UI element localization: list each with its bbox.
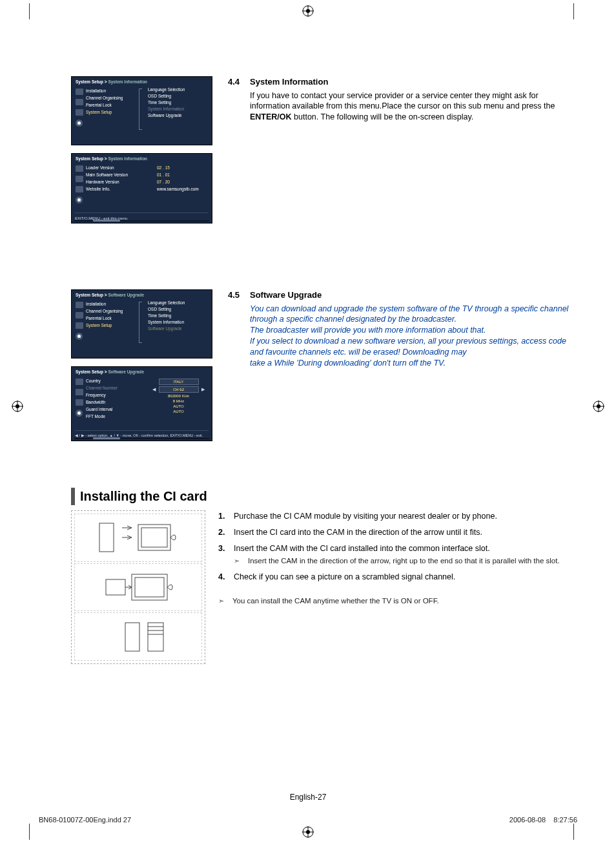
lock-icon — [76, 322, 83, 329]
lock-icon — [76, 186, 83, 193]
illustration-step — [74, 612, 202, 661]
channel-icon — [76, 176, 83, 182]
channel-icon — [76, 99, 83, 105]
tv-menu-system-information: System Setup > System Information Instal… — [71, 76, 212, 145]
menu-item: Parental Lock — [86, 316, 140, 320]
info-label: Loader Version — [86, 165, 157, 170]
breadcrumb: System Setup > System Information — [72, 154, 212, 163]
section-number: 4.4 — [228, 76, 250, 88]
menu-item-selected: System Setup — [86, 110, 140, 114]
page-number: English-27 — [0, 793, 616, 802]
illustration-ci-card — [71, 510, 205, 664]
submenu-item: System Information — [148, 320, 208, 324]
breadcrumb: System Setup > Software Upgrade — [72, 367, 212, 376]
section-heading: 4.5Software Upgrade — [228, 289, 577, 301]
svg-rect-20 — [135, 578, 164, 597]
option-value: AUTO — [148, 404, 209, 408]
option-label: Country — [86, 379, 148, 383]
tool-icon — [76, 379, 83, 385]
gear-icon — [76, 410, 83, 417]
section-number: 4.5 — [228, 289, 250, 301]
option-value: 8 MHz — [148, 399, 209, 403]
gear-icon — [76, 120, 83, 127]
note-arrow-icon: ➣ — [218, 596, 230, 607]
step-item: 3. Insert the CAM with the CI card insta… — [218, 543, 577, 567]
tool-icon — [76, 88, 83, 95]
illustration-step — [74, 514, 202, 562]
section-heading: 4.4System Information — [228, 76, 577, 88]
tool-icon — [76, 165, 83, 172]
heading-installing-ci-card: Installing the CI card — [71, 488, 577, 505]
submenu-item-active: System Information — [148, 107, 208, 111]
breadcrumb: System Setup > Software Upgrade — [72, 290, 212, 299]
submenu-item: Language Selection — [148, 87, 208, 92]
option-value: AUTO — [148, 410, 209, 413]
option-value-row: ITALY — [148, 379, 209, 385]
paragraph: If you have to contact your service prov… — [228, 90, 577, 123]
menu-item: Installation — [86, 302, 140, 306]
footer-date: 2006-08-08 — [509, 816, 546, 824]
step-item: 2.Insert the CI card into the CAM in the… — [218, 526, 577, 539]
info-value: www.samsungstb.com — [157, 187, 208, 191]
breadcrumb-sub: System Information — [108, 79, 147, 84]
option-label: Channel Number — [86, 386, 148, 390]
option-value-row: ◀CH 62▶ — [148, 386, 209, 393]
step-item: 4.Check if you can see a picture on a sc… — [218, 571, 577, 583]
footnote: You can install the CAM anytime whether … — [232, 596, 439, 607]
channel-icon — [76, 389, 83, 395]
submenu-item: Time Setting — [148, 100, 208, 105]
submenu-item: Time Setting — [148, 313, 208, 318]
info-value: 02 . 15 — [157, 165, 208, 170]
right-arrow-icon: ▶ — [201, 387, 206, 392]
breadcrumb-sub: System Information — [108, 156, 147, 161]
option-label: Bandwidth — [86, 400, 148, 404]
info-value: 07 . 20 — [157, 180, 208, 184]
submenu-item: Software Upgrade — [148, 113, 208, 118]
left-arrow-icon: ◀ — [152, 387, 157, 392]
breadcrumb-root: System Setup > — [76, 79, 107, 84]
breadcrumb-root: System Setup > — [76, 156, 107, 161]
svg-rect-16 — [138, 525, 170, 550]
svg-rect-23 — [148, 623, 163, 651]
gear-icon — [76, 333, 83, 340]
info-value: 01 . 01 — [157, 172, 208, 177]
svg-rect-19 — [132, 574, 167, 600]
step-item: 1.Purchase the CI CAM module by visiting… — [218, 510, 577, 523]
option-value: 802000 KHz — [148, 394, 209, 398]
lock-icon — [76, 109, 83, 116]
option-label: FFT Mode — [86, 414, 148, 419]
tv-menu-software-upgrade-options: System Setup > Software Upgrade CountryC… — [71, 366, 212, 441]
svg-rect-17 — [141, 528, 167, 547]
submenu-item: OSD Setting — [148, 307, 208, 311]
svg-rect-22 — [125, 623, 139, 651]
svg-rect-18 — [99, 523, 114, 552]
submenu-item: OSD Setting — [148, 94, 208, 98]
menu-item: Channel Organising — [86, 309, 140, 313]
menu-item-selected: System Setup — [86, 323, 140, 328]
note-arrow-icon: ➣ — [234, 556, 245, 567]
info-label: Website Info. — [86, 187, 157, 191]
gear-icon — [76, 196, 83, 203]
option-value: CH 62 — [159, 386, 199, 393]
warning-paragraph: You can download and upgrade the system … — [228, 304, 577, 369]
breadcrumb-root: System Setup > — [76, 293, 107, 297]
option-label: Guard Interval — [86, 407, 148, 411]
lock-icon — [76, 399, 83, 406]
breadcrumb-sub: Software Upgrade — [108, 293, 144, 297]
channel-icon — [76, 312, 83, 318]
breadcrumb-root: System Setup > — [76, 369, 107, 374]
illustration-step — [74, 563, 202, 612]
menu-item: Channel Organising — [86, 96, 140, 100]
info-label: Hardware Version — [86, 180, 157, 184]
step-subnote: Insert the CAM in the direction of the a… — [248, 556, 560, 567]
tv-menu-system-info-values: System Setup > System Information Loader… — [71, 153, 212, 224]
menu-item: Installation — [86, 88, 140, 93]
tool-icon — [76, 302, 83, 308]
tv-menu-software-upgrade: System Setup > Software Upgrade Installa… — [71, 289, 212, 359]
breadcrumb: System Setup > System Information — [72, 77, 212, 86]
section-title: System Information — [250, 77, 328, 87]
menu-item: Parental Lock — [86, 103, 140, 107]
option-label: Frequency — [86, 393, 148, 397]
info-label: Main Software Version — [86, 172, 157, 177]
section-title: Software Upgrade — [250, 290, 322, 300]
